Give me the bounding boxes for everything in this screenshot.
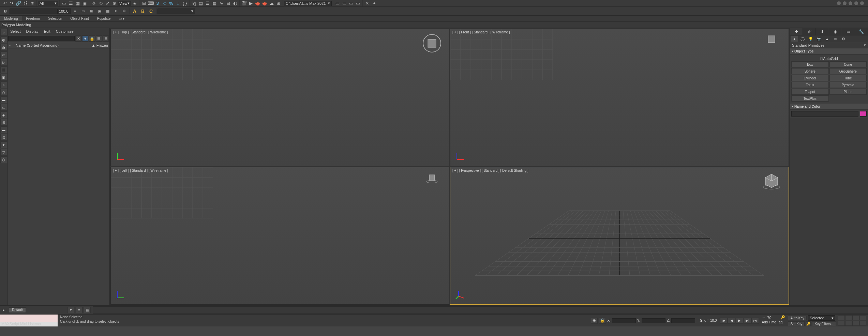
link-icon[interactable]: 🔗 xyxy=(15,0,22,6)
plus-icon[interactable]: ✦ xyxy=(371,0,377,6)
btn-plane[interactable]: Plane xyxy=(829,89,867,95)
render4-icon[interactable]: ⊞ xyxy=(275,0,282,6)
mirror-icon[interactable]: ⧎ xyxy=(191,0,197,6)
se-obj-icon[interactable]: ○ xyxy=(0,29,7,36)
nav-zoom-icon[interactable] xyxy=(845,315,852,320)
viewcube-top[interactable] xyxy=(422,33,442,54)
setkey-button[interactable]: Set Key xyxy=(788,321,805,326)
ribbon-tab-objectpaint[interactable]: Object Paint xyxy=(66,16,93,21)
key-mode-icon[interactable]: 🔑 xyxy=(780,315,785,320)
workspace1-icon[interactable]: ▭ xyxy=(334,0,341,6)
btn-cone[interactable]: Cone xyxy=(829,61,867,67)
scene-view2-icon[interactable]: ⊞ xyxy=(103,35,109,42)
scene-lock-icon[interactable]: 🔒 xyxy=(89,35,95,42)
ribbon-tab-modeling[interactable]: Modeling xyxy=(0,16,22,21)
rollout-name-color[interactable]: Name and Color xyxy=(790,104,868,110)
sub-spacewarps-icon[interactable]: ≋ xyxy=(832,36,839,42)
cmd-tab-utilities[interactable]: 🔧 xyxy=(855,28,868,35)
se-light-icon[interactable]: ◑ xyxy=(0,44,7,51)
rotate-icon[interactable]: ⟲ xyxy=(97,0,104,6)
viewcube-left[interactable] xyxy=(425,171,439,184)
layer-freeze-icon[interactable]: ❄ xyxy=(112,7,120,15)
isolate-icon[interactable]: ◉ xyxy=(591,318,598,324)
btn-cylinder[interactable]: Cylinder xyxy=(791,75,829,81)
layer-props-icon[interactable]: ⚙ xyxy=(120,7,128,15)
object-color-swatch[interactable] xyxy=(860,111,867,117)
scene-list[interactable] xyxy=(8,48,109,305)
layer-btn3[interactable]: ▦ xyxy=(84,307,91,313)
btn-sphere[interactable]: Sphere xyxy=(791,68,829,74)
viewport-top[interactable]: [ + ] [ Top ] [ Standard ] [ Wireframe ] xyxy=(110,29,449,166)
viewcube-persp[interactable] xyxy=(761,171,782,192)
render-setup-icon[interactable]: 🎬 xyxy=(241,0,248,6)
nav-maximize-icon[interactable] xyxy=(859,321,866,326)
cmd-tab-motion[interactable]: ◉ xyxy=(829,28,842,35)
layer-btn1[interactable]: ▾ xyxy=(68,307,74,313)
spinner-combo[interactable]: 100.0 xyxy=(57,9,71,14)
pivot-icon[interactable]: ◈ xyxy=(131,0,138,6)
text-c-icon[interactable]: C xyxy=(147,7,155,15)
keyfilter-combo[interactable]: Selected▾ xyxy=(808,315,835,321)
se-cont5-icon[interactable]: ▬ xyxy=(0,126,7,133)
toggle-ribbon-icon[interactable]: ▦ xyxy=(211,0,218,6)
sub-cameras-icon[interactable]: 📷 xyxy=(815,36,823,42)
btn-geosphere[interactable]: GeoSphere xyxy=(829,68,867,74)
viewport-perspective[interactable]: [ + ] [ Perspective ] [ Standard ] [ Def… xyxy=(450,167,789,305)
scene-view1-icon[interactable]: ☰ xyxy=(96,35,102,42)
nav-orbit-icon[interactable] xyxy=(852,321,859,326)
cmd-tab-create[interactable]: ✚ xyxy=(790,28,803,35)
bind-icon[interactable]: ≋ xyxy=(29,0,35,6)
layer-icon[interactable]: ☰ xyxy=(204,0,211,6)
manip-icon[interactable]: ⊞ xyxy=(140,0,147,6)
workspace3-icon[interactable]: ▭ xyxy=(348,0,355,6)
align-icon[interactable]: ▤ xyxy=(197,0,204,6)
named-sel-icon[interactable]: { } xyxy=(181,0,188,6)
scene-clear-icon[interactable]: ✕ xyxy=(75,35,81,42)
x-input[interactable] xyxy=(612,318,636,323)
se-cont2-icon[interactable]: ▭ xyxy=(0,104,7,111)
window-crossing-icon[interactable]: ▣ xyxy=(81,0,88,6)
se-bone-icon[interactable]: ⬡ xyxy=(0,89,7,96)
undo-icon[interactable]: ↶ xyxy=(1,0,8,6)
se-cont3-icon[interactable]: ◈ xyxy=(0,111,7,118)
goto-start-icon[interactable]: ⏮ xyxy=(720,318,728,324)
material-icon[interactable]: ◐ xyxy=(231,0,238,6)
keyboard-icon[interactable]: ⌨ xyxy=(147,0,154,6)
btn-torus[interactable]: Torus xyxy=(791,82,829,88)
project-path-combo[interactable]: C:\Users\J...s Max 2021▾ xyxy=(284,1,332,6)
select-icon[interactable]: ▭ xyxy=(61,0,68,6)
btn-box[interactable]: Box xyxy=(791,61,829,67)
keyfilters-button[interactable]: Key Filters... xyxy=(812,321,836,326)
placement-icon[interactable]: ⊕ xyxy=(111,0,118,6)
select-name-icon[interactable]: ☰ xyxy=(68,0,74,6)
y-input[interactable] xyxy=(642,318,665,323)
btn-textplus[interactable]: TextPlus xyxy=(791,95,829,102)
setkey-large-icon[interactable]: 🔑 xyxy=(806,321,811,326)
btn-tube[interactable]: Tube xyxy=(829,75,867,81)
set1-icon[interactable]: ◐ xyxy=(1,7,10,15)
help-icon[interactable]: ✕ xyxy=(364,0,371,6)
autogrid-checkbox[interactable]: ☐ AutoGrid xyxy=(791,56,867,61)
curve-editor-icon[interactable]: ∿ xyxy=(218,0,225,6)
viewport-front-label[interactable]: [ + ] [ Front ] [ Standard ] [ Wireframe… xyxy=(452,30,510,34)
workspace2-icon[interactable]: ▭ xyxy=(341,0,348,6)
scene-filter-icon[interactable]: ▼ xyxy=(82,35,88,42)
ribbon-tab-selection[interactable]: Selection xyxy=(44,16,66,21)
viewport-top-label[interactable]: [ + ] [ Top ] [ Standard ] [ Wireframe ] xyxy=(113,30,168,34)
sub-helpers-icon[interactable]: ▲ xyxy=(823,36,831,42)
render3-icon[interactable]: ☁ xyxy=(268,0,275,6)
render-frame-icon[interactable]: ▶ xyxy=(248,0,254,6)
unlink-icon[interactable]: ⛓ xyxy=(22,0,29,6)
se-cam-icon[interactable]: ▭ xyxy=(0,51,7,58)
se-cont1-icon[interactable]: ▬ xyxy=(0,96,7,103)
scene-search-input[interactable] xyxy=(8,36,75,41)
nav-pan-icon[interactable] xyxy=(838,315,845,320)
time-config-icon[interactable]: ↔ xyxy=(762,316,765,320)
z-input[interactable] xyxy=(671,318,695,323)
se-group-icon[interactable]: ▣ xyxy=(0,74,7,81)
scene-tab-display[interactable]: Display xyxy=(25,29,40,34)
ribbon-collapse[interactable]: ▭ ▾ xyxy=(115,16,129,21)
viewport-left[interactable]: [ + ] [ Left ] [ Standard ] [ Wireframe … xyxy=(110,167,449,305)
cmd-tab-modify[interactable]: 🖉 xyxy=(803,28,816,35)
nav-zoomall-icon[interactable] xyxy=(859,315,866,320)
